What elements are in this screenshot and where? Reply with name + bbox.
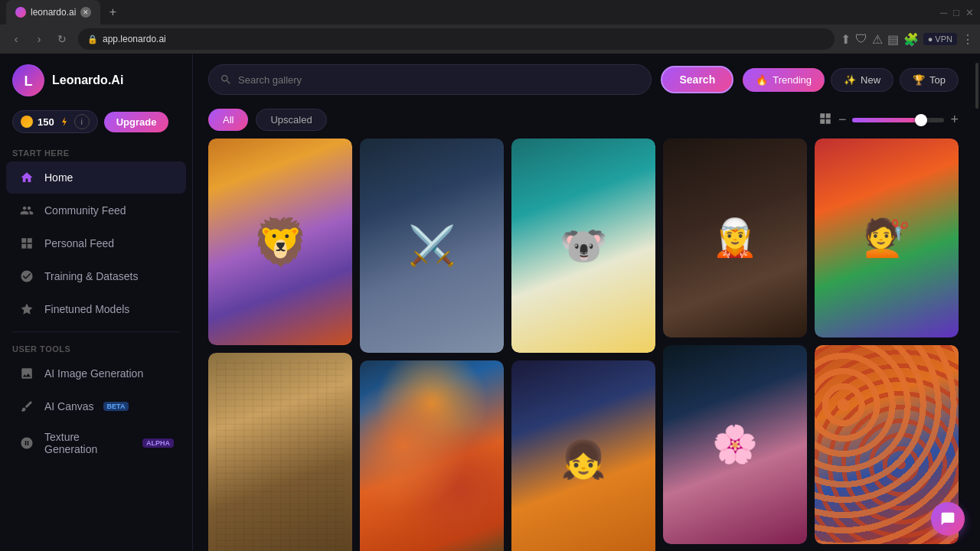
filter-upscaled-button[interactable]: Upscaled xyxy=(256,109,326,131)
maximize-btn[interactable]: □ xyxy=(953,7,959,18)
image-2-hash-btn[interactable]: # xyxy=(299,357,322,380)
browser-right-icons: ⬆ 🛡 ⚠ ▤ 🧩 ● VPN ⋮ xyxy=(841,32,974,47)
image-10-expand-btn[interactable]: ⛶ xyxy=(931,350,954,373)
sidebar-item-home[interactable]: Home xyxy=(6,161,186,194)
image-8-hash-btn[interactable]: # xyxy=(727,350,750,373)
top-button[interactable]: 🏆 Top xyxy=(900,68,959,92)
back-button[interactable]: ‹ xyxy=(6,29,26,49)
chat-button[interactable] xyxy=(931,502,965,536)
shield-icon[interactable]: 🛡 xyxy=(855,32,867,46)
image-card-2[interactable]: # ⛶ xyxy=(208,353,352,551)
sidebar-divider-1 xyxy=(12,331,180,332)
tab-favicon xyxy=(15,7,26,18)
zoom-slider[interactable] xyxy=(852,118,944,122)
image-card-6[interactable]: 👧 # ⛶ xyxy=(511,360,655,551)
menu-icon[interactable]: ⋮ xyxy=(962,32,974,47)
address-bar[interactable]: 🔒 app.leonardo.ai xyxy=(78,28,835,50)
new-tab-button[interactable]: + xyxy=(103,3,122,21)
finetuned-models-icon xyxy=(18,301,35,318)
search-icon xyxy=(220,73,232,86)
image-8-expand-btn[interactable]: ⛶ xyxy=(779,350,802,373)
zoom-out-button[interactable]: − xyxy=(838,112,847,128)
texture-generation-label: Texture Generation xyxy=(44,431,133,455)
image-3-expand-btn[interactable]: ⛶ xyxy=(476,143,499,166)
active-tab[interactable]: leonardo.ai ✕ xyxy=(6,0,100,24)
sidebar-item-ai-image-generation[interactable]: AI Image Generation xyxy=(6,357,186,390)
image-9-expand-btn[interactable]: ⛶ xyxy=(931,143,954,166)
image-card-3[interactable]: ⚔️ # ⊘ ⛶ xyxy=(360,139,504,353)
sidebar-item-ai-canvas[interactable]: AI Canvas BETA xyxy=(6,390,186,422)
image-4-expand-btn[interactable]: ⛶ xyxy=(476,365,499,388)
image-4-hash-btn[interactable]: # xyxy=(450,365,473,388)
alert-icon[interactable]: ⚠ xyxy=(872,32,883,47)
sidebar-item-community-feed[interactable]: Community Feed xyxy=(6,194,186,227)
sidebar-item-personal-feed[interactable]: Personal Feed xyxy=(6,227,186,259)
image-6-expand-btn[interactable]: ⛶ xyxy=(628,365,651,388)
sidebar-toggle[interactable]: ▤ xyxy=(887,32,899,47)
new-icon: ✨ xyxy=(844,74,856,86)
image-3-hash-btn[interactable]: # xyxy=(424,143,447,166)
trending-button[interactable]: 🔥 Trending xyxy=(743,68,825,92)
image-card-5[interactable]: 🐨 # ⛶ xyxy=(511,139,655,353)
browser-nav-buttons: ‹ › ↻ xyxy=(6,29,72,49)
sidebar-item-texture-generation[interactable]: Texture Generation ALPHA xyxy=(6,423,186,463)
image-8-slash-btn[interactable]: ⊘ xyxy=(753,350,776,373)
filter-all-button[interactable]: All xyxy=(208,109,248,131)
forward-button[interactable]: › xyxy=(29,29,49,49)
logo-text: Leonardo.Ai xyxy=(52,73,123,87)
zoom-in-button[interactable]: + xyxy=(950,112,959,128)
search-box[interactable] xyxy=(208,64,652,95)
close-btn[interactable]: ✕ xyxy=(965,7,974,18)
community-feed-label: Community Feed xyxy=(44,204,126,217)
user-tools-label: User Tools xyxy=(0,338,192,357)
image-2-expand-btn[interactable]: ⛶ xyxy=(325,357,348,380)
sidebar: L Leonardo.Ai 150 i Upgrade Start Here xyxy=(0,54,193,551)
address-bar-row: ‹ › ↻ 🔒 app.leonardo.ai ⬆ 🛡 ⚠ ▤ 🧩 ● VPN … xyxy=(0,24,980,54)
image-7-expand-btn[interactable]: ⛶ xyxy=(779,143,802,166)
lightning-icon xyxy=(59,116,70,127)
image-card-8[interactable]: 🌸 # ⊘ ⛶ xyxy=(663,345,807,544)
image-card-9[interactable]: 💇 # ⛶ xyxy=(815,139,959,337)
image-10-hash-btn[interactable]: # xyxy=(905,350,928,373)
scrollbar-track[interactable] xyxy=(974,54,980,551)
sidebar-item-finetuned-models[interactable]: Finetuned Models xyxy=(6,293,186,325)
credits-row: 150 i Upgrade xyxy=(0,107,192,142)
scrollbar-thumb[interactable] xyxy=(975,63,978,109)
community-icon xyxy=(18,202,35,219)
lock-icon: 🔒 xyxy=(87,34,98,44)
image-card-1[interactable]: 🦁 ⚡ ⛶ xyxy=(208,139,352,345)
credits-value: 150 xyxy=(38,116,54,128)
image-5-expand-btn[interactable]: ⛶ xyxy=(628,143,651,166)
beta-badge: BETA xyxy=(103,402,129,411)
tab-close-button[interactable]: ✕ xyxy=(80,7,91,18)
image-card-4[interactable]: # ⛶ xyxy=(360,360,504,551)
image-9-hash-btn[interactable]: # xyxy=(905,143,928,166)
new-button[interactable]: ✨ New xyxy=(831,68,893,92)
home-label: Home xyxy=(44,171,73,184)
grid-controls: − + xyxy=(818,112,959,129)
svg-text:L: L xyxy=(24,73,33,89)
image-gallery: 🦁 ⚡ ⛶ # ⛶ ⚔️ xyxy=(193,139,974,551)
image-card-7[interactable]: 🧝 ⛶ xyxy=(663,139,807,337)
search-button[interactable]: Search xyxy=(661,66,733,93)
image-1-expand-btn[interactable]: ⛶ xyxy=(325,143,348,166)
grid-view-button[interactable] xyxy=(818,112,832,129)
image-6-hash-btn[interactable]: # xyxy=(602,365,625,388)
sidebar-header: L Leonardo.Ai xyxy=(0,54,192,107)
minimize-btn[interactable]: ─ xyxy=(940,7,947,18)
ai-canvas-icon xyxy=(18,398,35,415)
sidebar-item-training-datasets[interactable]: Training & Datasets xyxy=(6,260,186,292)
image-5-hash-btn[interactable]: # xyxy=(602,143,625,166)
home-icon xyxy=(18,169,35,186)
search-input[interactable] xyxy=(238,74,640,86)
extensions-icon[interactable]: 🧩 xyxy=(903,32,919,47)
image-1-generate-btn[interactable]: ⚡ xyxy=(299,143,322,166)
tab-title: leonardo.ai xyxy=(31,7,76,18)
share-icon[interactable]: ⬆ xyxy=(841,32,851,47)
upgrade-button[interactable]: Upgrade xyxy=(104,112,169,132)
image-3-slash-btn[interactable]: ⊘ xyxy=(450,143,473,166)
credits-info-button[interactable]: i xyxy=(74,114,90,129)
top-bar: Search 🔥 Trending ✨ New 🏆 Top xyxy=(193,54,974,106)
reload-button[interactable]: ↻ xyxy=(52,29,72,49)
vpn-badge: ● VPN xyxy=(923,33,957,45)
